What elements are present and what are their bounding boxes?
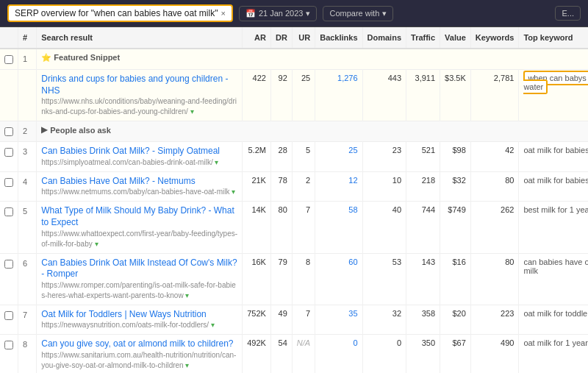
row-num: 2 <box>18 121 37 142</box>
checkbox-header <box>0 27 18 49</box>
expand-arrow[interactable]: ▾ <box>185 361 189 369</box>
top-keyword-cell: oat milk for toddlers <box>519 305 588 335</box>
keywords-cell: 42 <box>470 142 519 172</box>
ar-cell: 752K <box>243 305 271 335</box>
ur-cell: 8 <box>292 253 315 305</box>
compare-button[interactable]: Compare with ▾ <box>323 6 393 21</box>
traffic-cell: 744 <box>406 202 440 253</box>
result-url: https://www.netmums.com/baby/can-babies-… <box>41 187 237 197</box>
table-row: 6 Can Babies Drink Oat Milk Instead Of C… <box>0 253 588 305</box>
ar-cell: 14K <box>243 202 271 253</box>
result-title[interactable]: Can Babies Drink Oat Milk Instead Of Cow… <box>41 257 237 280</box>
domains-cell: 40 <box>362 202 406 253</box>
serp-table: # Search result AR DR UR Backlinks Domai… <box>0 27 588 373</box>
result-cell: Can Babies Have Oat Milk? - Netmums http… <box>37 171 243 202</box>
top-keyword-cell: oat milk for babies <box>519 171 588 202</box>
result-url: https://www.whattoexpect.com/first-year/… <box>41 229 237 249</box>
backlinks-cell: 25 <box>315 142 362 172</box>
checkbox-cell[interactable] <box>0 305 18 335</box>
row-num: 5 <box>18 202 37 253</box>
backlinks-cell: 35 <box>315 305 362 335</box>
table-row: 3 Can Babies Drink Oat Milk? - Simply Oa… <box>0 142 588 172</box>
search-result-header: Search result <box>37 27 243 49</box>
expand-arrow[interactable]: ▾ <box>95 240 98 248</box>
expand-arrow[interactable]: ▾ <box>190 107 194 116</box>
domains-cell: 53 <box>362 253 406 305</box>
value-cell: $32 <box>440 171 471 202</box>
domains-cell: 10 <box>362 171 406 202</box>
featured-snippet-label-row: 1 ⭐ Featured Snippet <box>0 49 588 70</box>
top-keyword-cell: when can babys have water <box>519 70 588 121</box>
top-keyword-cell: best milk for 1 year old <box>519 202 588 253</box>
dr-cell: 28 <box>270 142 292 172</box>
checkbox-cell[interactable] <box>0 49 18 70</box>
table-header-row: # Search result AR DR UR Backlinks Domai… <box>0 27 588 49</box>
dr-cell: 54 <box>270 335 292 373</box>
ur-cell: 7 <box>292 305 315 335</box>
keywords-cell: 80 <box>470 253 519 305</box>
dr-cell: 79 <box>270 253 292 305</box>
domains-cell: 443 <box>362 70 406 121</box>
result-title[interactable]: Can you give soy, oat or almond milk to … <box>41 338 237 350</box>
expand-arrow[interactable]: ▾ <box>215 158 218 166</box>
num-header: # <box>18 27 37 49</box>
ur-cell: 5 <box>292 142 315 172</box>
backlinks-cell: 58 <box>315 202 362 253</box>
dr-cell: 92 <box>270 70 292 121</box>
checkbox-cell[interactable] <box>0 253 18 305</box>
table-row: 5 What Type of Milk Should My Baby Drink… <box>0 202 588 253</box>
top-bar: SERP overview for "when can babies have … <box>0 0 588 27</box>
result-title[interactable]: Can Babies Drink Oat Milk? - Simply Oatm… <box>41 146 237 157</box>
result-cell: Can you give soy, oat or almond milk to … <box>37 335 243 373</box>
export-label: E... <box>562 9 574 18</box>
result-title[interactable]: Drinks and cups for babies and young chi… <box>41 74 237 96</box>
checkbox-cell[interactable] <box>0 171 18 202</box>
ur-header: UR <box>292 27 315 49</box>
app-container: SERP overview for "when can babies have … <box>0 0 588 373</box>
ur-cell: 7 <box>292 202 315 253</box>
export-button[interactable]: E... <box>555 6 581 21</box>
checkbox-cell[interactable] <box>0 142 18 172</box>
close-icon[interactable]: × <box>220 9 225 18</box>
result-url: https://www.sanitarium.com.au/health-nut… <box>41 350 237 371</box>
backlinks-cell: 12 <box>315 171 362 202</box>
ur-cell: N/A <box>292 335 315 373</box>
traffic-header: Traffic <box>406 27 440 49</box>
value-cell: $749 <box>440 202 471 253</box>
expand-arrow[interactable]: ▾ <box>211 321 215 329</box>
checkbox-cell[interactable] <box>0 121 18 142</box>
value-cell: $16 <box>440 253 471 305</box>
chevron-down-icon: ▾ <box>382 9 387 18</box>
expand-arrow[interactable]: ▾ <box>232 188 235 196</box>
traffic-cell: 521 <box>406 142 440 172</box>
value-cell: $3.5K <box>440 70 471 121</box>
ar-cell: 16K <box>243 253 271 305</box>
keywords-cell: 490 <box>470 335 519 373</box>
search-query-text: SERP overview for "when can babies have … <box>15 8 218 18</box>
people-also-ask-label-text: People also ask <box>50 126 111 135</box>
backlinks-cell: 1,276 <box>315 70 362 121</box>
dr-header: DR <box>270 27 292 49</box>
top-keyword-cell: oat milk for babies <box>519 142 588 172</box>
row-num <box>18 70 37 121</box>
value-cell: $98 <box>440 142 471 172</box>
chevron-down-icon: ▾ <box>306 9 310 18</box>
result-cell: Can Babies Drink Oat Milk Instead Of Cow… <box>37 253 243 305</box>
expand-arrow[interactable]: ▾ <box>185 291 189 299</box>
backlinks-cell: 60 <box>315 253 362 305</box>
search-query-pill[interactable]: SERP overview for "when can babies have … <box>7 4 233 22</box>
result-title[interactable]: Oat Milk for Toddlers | New Ways Nutriti… <box>41 309 237 321</box>
highlighted-keyword: when can babys have water <box>523 71 588 94</box>
backlinks-cell: 0 <box>315 335 362 373</box>
ar-cell: 5.2M <box>243 142 271 172</box>
date-picker[interactable]: 📅 21 Jan 2023 ▾ <box>239 6 318 21</box>
checkbox-cell[interactable] <box>0 70 18 121</box>
checkbox-cell[interactable] <box>0 202 18 253</box>
checkbox-cell[interactable] <box>0 335 18 373</box>
result-title[interactable]: Can Babies Have Oat Milk? - Netmums <box>41 176 237 188</box>
top-keyword-cell: can babies have oat milk <box>519 253 588 305</box>
result-url: https://simplyoatmeal.com/can-babies-dri… <box>41 157 237 168</box>
domains-header: Domains <box>362 27 406 49</box>
result-title[interactable]: What Type of Milk Should My Baby Drink? … <box>41 205 237 228</box>
calendar-icon: 📅 <box>245 9 256 18</box>
